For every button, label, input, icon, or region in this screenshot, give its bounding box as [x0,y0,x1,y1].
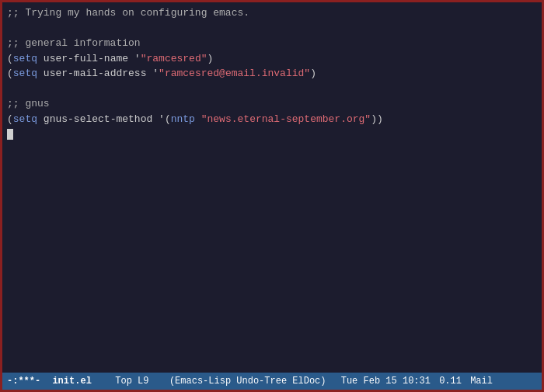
status-filename: init.el [52,376,91,387]
status-position: Top L9 [115,376,148,387]
status-spacer3 [333,376,338,387]
status-modes: (Emacs-Lisp Undo-Tree ElDoc) [169,376,326,387]
code-line-2 [7,21,537,36]
code-line-5: (setq user-mail-address '"ramcesred@emai… [7,66,537,82]
editor-area[interactable]: ;; Trying my hands on configuring emacs.… [2,2,542,373]
cursor [7,129,13,140]
status-spacer1 [98,376,109,387]
status-mode: -:***- [7,376,40,387]
status-separator [44,376,49,387]
status-spacer5 [462,376,467,387]
status-datetime: Tue Feb 15 10:31 [341,376,431,387]
code-line-7: ;; gnus [7,96,537,112]
status-column: 0.11 [439,376,462,387]
emacs-window: ;; Trying my hands on configuring emacs.… [0,0,544,392]
status-bar: -:***- init.el Top L9 (Emacs-Lisp Undo-T… [2,373,542,390]
code-line-8: (setq gnus-select-method '(nntp "news.et… [7,112,537,127]
code-line-1: ;; Trying my hands on configuring emacs. [7,5,537,21]
code-line-3: ;; general information [7,36,537,51]
code-line-9 [7,127,537,142]
status-extra: Mail [470,376,493,387]
code-line-6 [7,82,537,97]
code-line-4: (setq user-full-name '"ramcesred") [7,51,537,67]
status-spacer2 [155,376,166,387]
status-spacer4 [431,376,436,387]
